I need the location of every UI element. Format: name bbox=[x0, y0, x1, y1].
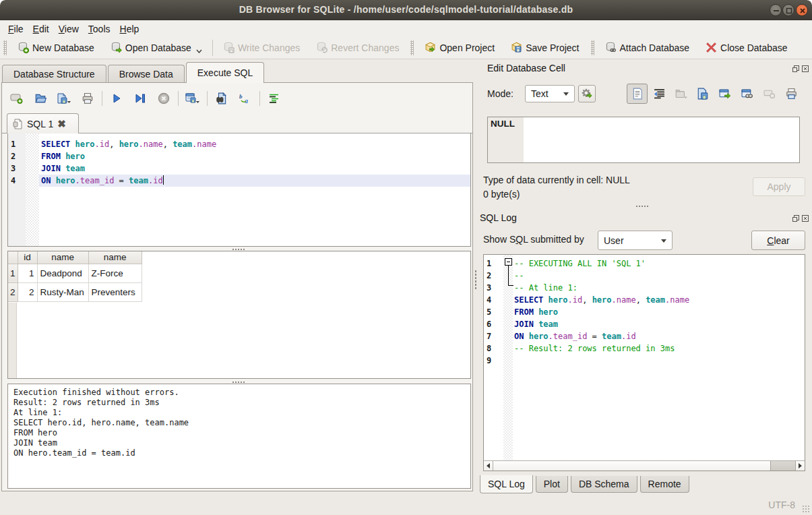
sql-log-dock-title: SQL Log bbox=[480, 212, 517, 223]
column-header-id[interactable]: id bbox=[18, 251, 37, 264]
apply-button[interactable]: Apply bbox=[753, 177, 805, 196]
word-wrap-icon bbox=[654, 88, 665, 99]
scrollbar-thumb[interactable] bbox=[770, 461, 796, 471]
panel-splitter[interactable] bbox=[474, 270, 477, 290]
dock-tab-sql-log[interactable]: SQL Log bbox=[480, 475, 533, 493]
combo-arrow-icon bbox=[661, 239, 666, 243]
maximize-button[interactable] bbox=[782, 4, 794, 16]
dock-tab-db-schema[interactable]: DB Schema bbox=[571, 476, 637, 493]
close-sql-tab-icon[interactable]: ✖ bbox=[57, 118, 66, 130]
print-cell-button[interactable] bbox=[782, 85, 800, 102]
cell-hero-name[interactable]: Rusty-Man bbox=[37, 282, 88, 301]
sql-log-filter-combobox[interactable]: User bbox=[598, 231, 673, 250]
cell-team-name[interactable]: Preventers bbox=[88, 282, 142, 301]
row-header[interactable]: 2 bbox=[8, 282, 18, 301]
revert-changes-label: Revert Changes bbox=[331, 42, 399, 53]
resize-grip[interactable] bbox=[802, 505, 811, 514]
save-project-button[interactable]: Save Project bbox=[503, 39, 587, 56]
results-message-splitter[interactable] bbox=[231, 380, 246, 383]
find-button[interactable] bbox=[214, 91, 230, 106]
menu-edit[interactable]: Edit bbox=[28, 22, 54, 36]
dock-tab-bar: SQL Log Plot DB Schema Remote bbox=[480, 476, 692, 493]
results-grid[interactable]: id name name 1 1 Deadpond Z-Force 2 2 Ru… bbox=[7, 251, 471, 379]
log-line-number: 2 bbox=[487, 270, 491, 282]
dock-float-icon[interactable] bbox=[792, 213, 799, 224]
dock-float-icon[interactable] bbox=[792, 63, 799, 74]
fold-line bbox=[508, 266, 509, 285]
dock-tab-remote[interactable]: Remote bbox=[640, 476, 689, 493]
cell-hero-name[interactable]: Deadpond bbox=[37, 264, 88, 282]
fold-collapse-icon[interactable] bbox=[505, 258, 512, 266]
results-row[interactable]: 1 1 Deadpond Z-Force bbox=[8, 264, 142, 282]
menu-help[interactable]: Help bbox=[115, 22, 144, 36]
mode-combobox[interactable]: Text bbox=[525, 85, 575, 102]
tab-browse-data[interactable]: Browse Data bbox=[108, 65, 185, 83]
clear-log-button[interactable]: Clear bbox=[751, 231, 805, 250]
save-cell-button[interactable] bbox=[694, 85, 712, 102]
row-header[interactable]: 1 bbox=[8, 264, 18, 282]
toolbar-drag-handle[interactable] bbox=[3, 40, 7, 55]
tab-database-structure[interactable]: Database Structure bbox=[2, 65, 106, 83]
cell-id[interactable]: 2 bbox=[18, 282, 37, 301]
close-database-button[interactable]: Close Database bbox=[697, 39, 796, 56]
attach-database-button[interactable]: Attach Database bbox=[597, 39, 698, 56]
open-database-button[interactable]: Open Database bbox=[102, 39, 210, 56]
export-cell-button[interactable] bbox=[716, 85, 734, 102]
import-settings-button[interactable] bbox=[578, 85, 596, 102]
edit-cell-dock-title: Edit Database Cell bbox=[487, 63, 565, 73]
column-header-name[interactable]: name bbox=[37, 251, 88, 264]
new-sql-tab-button[interactable] bbox=[9, 91, 25, 106]
execute-current-line-button[interactable] bbox=[132, 91, 148, 106]
open-sql-file-button[interactable] bbox=[32, 91, 49, 106]
menu-tools[interactable]: Tools bbox=[84, 22, 115, 36]
editor-results-splitter[interactable] bbox=[231, 247, 246, 250]
text-mode-button[interactable] bbox=[627, 84, 648, 104]
set-null-icon bbox=[763, 89, 776, 99]
execution-message-box[interactable]: Execution finished without errors. Resul… bbox=[7, 384, 471, 489]
new-database-button[interactable]: New Database bbox=[9, 39, 102, 56]
cell-team-name[interactable]: Z-Force bbox=[88, 264, 142, 282]
word-wrap-button[interactable] bbox=[650, 85, 668, 102]
open-project-button[interactable]: Open Project bbox=[416, 39, 503, 56]
menu-view[interactable]: View bbox=[54, 22, 84, 36]
dock-tab-plot[interactable]: Plot bbox=[536, 476, 568, 493]
sql-editor[interactable]: 1 2 3 4 SELECT hero.id, hero.name, team.… bbox=[7, 133, 471, 247]
set-null-button[interactable] bbox=[761, 85, 778, 102]
scroll-right-button[interactable] bbox=[795, 461, 805, 471]
cell-id[interactable]: 1 bbox=[18, 264, 37, 282]
dock-close-icon[interactable] bbox=[802, 213, 809, 224]
sql-file-tab[interactable]: SQL 1 ✖ bbox=[7, 113, 79, 133]
format-sql-button[interactable] bbox=[266, 91, 282, 106]
dock-close-icon[interactable] bbox=[802, 63, 809, 74]
close-button[interactable] bbox=[796, 4, 808, 16]
stop-button[interactable] bbox=[156, 91, 172, 106]
scroll-left-button[interactable] bbox=[484, 461, 493, 471]
toolbar-drag-handle[interactable] bbox=[410, 40, 414, 55]
minimize-button[interactable] bbox=[770, 4, 782, 16]
sql-log-view[interactable]: 1 2 3 4 5 6 7 8 9 -- EXECUTING ALL IN 'S… bbox=[483, 254, 805, 471]
attach-database-icon bbox=[605, 42, 617, 53]
menu-file[interactable]: File bbox=[3, 22, 28, 36]
editor-line-number: 4 bbox=[11, 175, 15, 187]
cell-value-editor[interactable]: NULL bbox=[487, 117, 800, 163]
close-database-icon bbox=[706, 42, 717, 53]
replace-button[interactable]: b a bbox=[237, 91, 253, 106]
toolbar-drag-handle[interactable] bbox=[591, 40, 594, 55]
log-horizontal-scrollbar[interactable] bbox=[484, 460, 805, 471]
write-changes-button[interactable]: Write Changes bbox=[215, 39, 308, 56]
scroll-left-icon bbox=[487, 463, 490, 468]
revert-changes-button[interactable]: Revert Changes bbox=[308, 39, 407, 56]
dock-splitter[interactable] bbox=[635, 204, 650, 207]
column-header-name-2[interactable]: name bbox=[88, 251, 142, 264]
execute-all-button[interactable] bbox=[108, 91, 125, 106]
print-button[interactable] bbox=[80, 91, 96, 106]
tab-execute-sql[interactable]: Execute SQL bbox=[186, 62, 265, 83]
copy-link-button[interactable] bbox=[739, 85, 756, 102]
open-database-icon bbox=[111, 42, 122, 53]
save-sql-file-button[interactable] bbox=[56, 91, 72, 106]
results-row[interactable]: 2 2 Rusty-Man Preventers bbox=[8, 282, 142, 301]
editor-code-line: ON hero.team_id = team.id bbox=[41, 175, 164, 187]
open-file-in-cell-button[interactable] bbox=[673, 85, 690, 102]
encoding-indicator[interactable]: UTF-8 bbox=[768, 499, 795, 510]
save-results-button[interactable] bbox=[185, 91, 201, 106]
